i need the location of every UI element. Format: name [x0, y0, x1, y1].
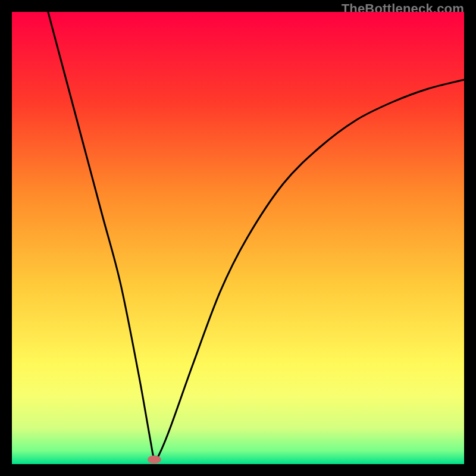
- curve-layer: [12, 12, 464, 464]
- chart-frame: TheBottleneck.com: [0, 0, 476, 476]
- plot-area: [12, 12, 464, 464]
- bottleneck-curve: [48, 12, 464, 461]
- optimum-marker: [148, 456, 161, 464]
